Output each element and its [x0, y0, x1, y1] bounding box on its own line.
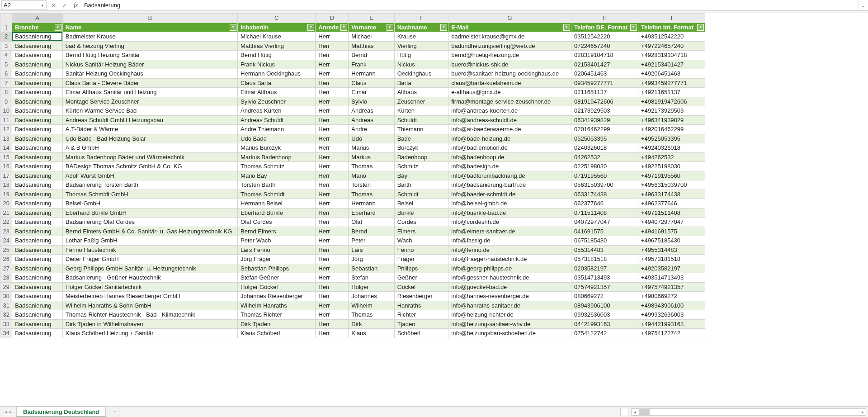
table-row[interactable]: 26BadsanierungDieter Fräger GmbHJörg Frä…: [0, 255, 705, 264]
cell[interactable]: Hermann Beisel: [238, 199, 316, 208]
cell[interactable]: Burczyk: [394, 143, 448, 153]
name-box[interactable]: A2 ▼: [1, 0, 47, 10]
cell[interactable]: Mario Bay: [238, 171, 316, 180]
row-header-18[interactable]: 18: [0, 180, 12, 190]
chevron-down-icon[interactable]: ▼: [41, 3, 44, 7]
cell[interactable]: +493512542220: [638, 32, 705, 42]
cell[interactable]: Herr: [316, 115, 349, 125]
cell[interactable]: +492153401427: [638, 60, 705, 69]
cell[interactable]: +497224657240: [638, 41, 705, 51]
table-row[interactable]: 24BadsanierungLothar Faßig GmbHPeter Wac…: [0, 236, 705, 246]
accept-formula-button[interactable]: ✓: [59, 0, 70, 10]
row-header-31[interactable]: 31: [0, 301, 12, 310]
cell[interactable]: Ferino: [394, 245, 448, 255]
cell[interactable]: Herr: [316, 301, 349, 310]
cell[interactable]: 055314483: [571, 245, 638, 255]
cell[interactable]: Kürten: [394, 106, 448, 116]
cell[interactable]: buero@nickus-shk.de: [448, 60, 571, 69]
cell[interactable]: Krause: [394, 32, 448, 42]
row-header-34[interactable]: 34: [0, 329, 12, 338]
cell[interactable]: Stefan Geßner: [238, 273, 316, 283]
table-header-I[interactable]: Telefon Int. Format▾: [638, 23, 705, 32]
cell[interactable]: Herr: [316, 227, 349, 236]
cell[interactable]: Holger Göckel: [238, 282, 316, 292]
cell[interactable]: Johannes: [349, 292, 394, 301]
cell[interactable]: +494421993163: [638, 319, 705, 329]
cell[interactable]: info@cordeshh.de: [448, 218, 571, 227]
scroll-left-icon[interactable]: ◂: [632, 410, 638, 414]
row-header-5[interactable]: 5: [0, 60, 12, 69]
cell[interactable]: Torsten Barth: [238, 180, 316, 190]
cell[interactable]: Kürten Wärme Service Bad: [62, 106, 237, 116]
cell[interactable]: info@fassig.de: [448, 236, 571, 246]
cell[interactable]: +4981919472606: [638, 97, 705, 106]
cell[interactable]: Badsanierung: [12, 264, 63, 273]
cell[interactable]: e-althaus@gmx.de: [448, 88, 571, 97]
cell[interactable]: Bernd Elmers GmbH & Co. Sanitär- u. Gas …: [62, 227, 237, 236]
cell[interactable]: Marius Burczyk: [238, 143, 316, 153]
cell[interactable]: Badsanierung: [12, 78, 63, 88]
row-header-20[interactable]: 20: [0, 199, 12, 208]
cell[interactable]: Herr: [316, 329, 349, 338]
cell[interactable]: Herr: [316, 51, 349, 60]
table-header-H[interactable]: Telefon DE. Format▾: [571, 23, 638, 32]
cell[interactable]: info@badesign.de: [448, 162, 571, 171]
cell[interactable]: 0711511408: [571, 208, 638, 218]
cell[interactable]: Udo Bade - Bad Heizung Solar: [62, 134, 237, 143]
cell[interactable]: Badsanierung: [12, 199, 63, 208]
cell[interactable]: 04421993163: [571, 319, 638, 329]
filter-button-A[interactable]: ▾: [55, 24, 61, 31]
row-header-29[interactable]: 29: [0, 282, 12, 292]
cell[interactable]: +4928319104718: [638, 51, 705, 60]
cell[interactable]: Badsanierung: [12, 319, 63, 329]
cell[interactable]: Herr: [316, 41, 349, 51]
cell[interactable]: Badsanierung: [12, 236, 63, 246]
cell[interactable]: Wach: [394, 236, 448, 246]
cell[interactable]: Herr: [316, 171, 349, 180]
cell[interactable]: 028319104718: [571, 51, 638, 60]
cell[interactable]: 02173929503: [571, 106, 638, 116]
cell[interactable]: 062377646: [571, 199, 638, 208]
cell[interactable]: Matthias: [349, 41, 394, 51]
cell[interactable]: Badsanierung: [12, 69, 63, 79]
cell[interactable]: Badsanierung: [12, 97, 63, 106]
cell[interactable]: info@buerkle-bad.de: [448, 208, 571, 218]
cell[interactable]: Beisel-GmbH: [62, 199, 237, 208]
cell[interactable]: Stefan: [349, 273, 394, 283]
cell[interactable]: Bernd Hütig Heizung Sanitär: [62, 51, 237, 60]
cell[interactable]: +493514713493: [638, 273, 705, 283]
cell[interactable]: 093459277771: [571, 78, 638, 88]
cell[interactable]: Badsanierung: [12, 152, 63, 162]
cell[interactable]: Tjaden: [394, 319, 448, 329]
cell[interactable]: Elmar: [349, 88, 394, 97]
cell[interactable]: Hermann: [349, 69, 394, 79]
table-row[interactable]: 4BadsanierungBernd Hütig Heizung Sanitär…: [0, 51, 705, 60]
cell[interactable]: Herr: [316, 208, 349, 218]
cell[interactable]: Schöberl: [394, 329, 448, 338]
cell[interactable]: +492016462299: [638, 125, 705, 134]
cancel-formula-button[interactable]: ✕: [48, 0, 59, 10]
cell[interactable]: Bernd: [349, 51, 394, 60]
cell[interactable]: Klaus Schöberl: [238, 329, 316, 338]
column-header-E[interactable]: E: [349, 14, 394, 23]
cell[interactable]: Cordes: [394, 218, 448, 227]
row-header-22[interactable]: 22: [0, 218, 12, 227]
cell[interactable]: info@elmers-sanitaer.de: [448, 227, 571, 236]
cell[interactable]: Badsanierung: [12, 255, 63, 264]
table-header-A[interactable]: Branche▾: [12, 23, 63, 32]
table-row[interactable]: 25BadsanierungFerino HaustechnikLars Fer…: [0, 245, 705, 255]
cell[interactable]: Badsanierung: [12, 125, 63, 134]
cell[interactable]: 041691575: [571, 227, 638, 236]
row-header-7[interactable]: 7: [0, 78, 12, 88]
cell[interactable]: Richter: [394, 310, 448, 320]
table-row[interactable]: 5BadsanierungNickus Sanitär Heizung Bäde…: [0, 60, 705, 69]
cell[interactable]: Badsanierung: [12, 32, 63, 42]
table-header-C[interactable]: Inhaber/in▾: [238, 23, 316, 32]
fx-icon[interactable]: fx: [70, 0, 81, 10]
cell[interactable]: +49711511408: [638, 208, 705, 218]
cell[interactable]: Thomas: [349, 162, 394, 171]
cell[interactable]: Badsanierung: [12, 162, 63, 171]
cell[interactable]: firma@montage-service-zeuschner.de: [448, 97, 571, 106]
cell[interactable]: info@heizung-sanitaer-whv.de: [448, 319, 571, 329]
cell[interactable]: Peter: [349, 236, 394, 246]
